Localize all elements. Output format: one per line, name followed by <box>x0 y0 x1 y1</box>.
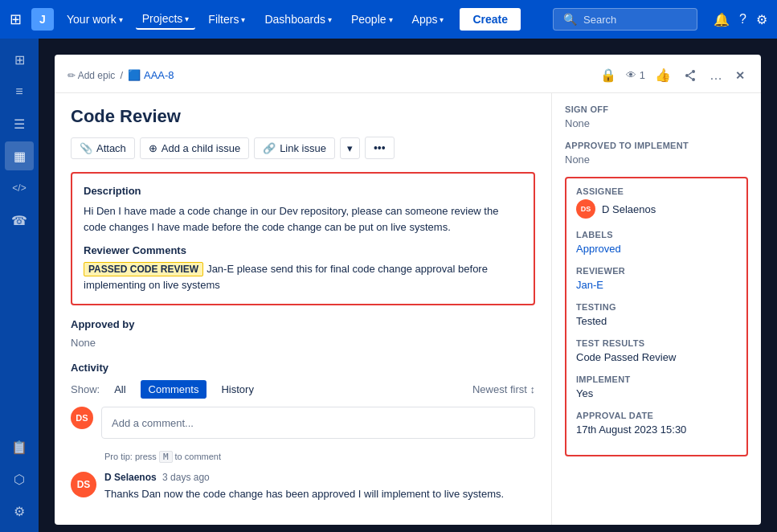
assignee-label: Assignee <box>576 186 737 196</box>
sidebar-icon-phone[interactable]: ☎ <box>5 206 34 235</box>
add-epic-link[interactable]: ✏ Add epic <box>67 70 115 81</box>
test-results-field: Test results Code Passed Review <box>576 338 737 363</box>
sidebar-icon-hex[interactable]: ⬡ <box>5 464 34 493</box>
sidebar-icon-grid[interactable]: ⊞ <box>5 45 34 74</box>
attach-icon: 📎 <box>80 142 92 154</box>
toolbar-more-button[interactable]: ••• <box>365 137 395 159</box>
search-icon: 🔍 <box>563 13 577 26</box>
watch-count-label: 1 <box>640 69 645 81</box>
nav-item-people[interactable]: People ▾ <box>345 10 399 29</box>
link-issue-button[interactable]: 🔗 Link issue <box>254 137 335 159</box>
breadcrumb: ✏ Add epic / 🟦 AAA-8 <box>67 69 174 81</box>
comment-text: Thanks Dan now the code change has been … <box>104 486 504 502</box>
sidebar-icon-list[interactable]: ☰ <box>5 109 34 138</box>
current-user-avatar: DS <box>71 407 93 429</box>
testing-label: Testing <box>576 302 737 312</box>
notifications-icon[interactable]: 🔔 <box>714 12 730 27</box>
left-sidebar: ⊞ ≡ ☰ ▦ </> ☎ 📋 ⬡ ⚙ <box>0 39 39 532</box>
nav-item-filters[interactable]: Filters ▾ <box>202 10 252 29</box>
top-nav: ⊞ J Your work ▾ Projects ▾ Filters ▾ Das… <box>0 0 777 39</box>
close-button[interactable]: ✕ <box>732 66 748 85</box>
assignee-field: Assignee DS D Selaenos <box>576 186 737 219</box>
chevron-down-icon: ▾ <box>389 15 393 24</box>
reviewer-label: Reviewer <box>576 266 737 276</box>
modal-header: ✏ Add epic / 🟦 AAA-8 🔒 👁 1 👍 … ✕ <box>55 55 761 93</box>
comment-item: DS D Selaenos 3 days ago Thanks Dan now … <box>71 472 535 502</box>
approved-implement-field: Approved to Implement None <box>565 141 748 166</box>
comment-content: D Selaenos 3 days ago Thanks Dan now the… <box>104 472 504 502</box>
search-placeholder: Search <box>583 14 616 26</box>
modal-body: Code Review 📎 Attach ⊕ Add a child issue… <box>55 93 761 525</box>
comment-time: 3 days ago <box>162 472 210 483</box>
labels-value[interactable]: Approved <box>576 243 737 255</box>
sidebar-icon-settings[interactable]: ⚙ <box>5 497 34 526</box>
commenter-avatar: DS <box>71 472 96 497</box>
description-section: Description Hi Den I have made a code ch… <box>71 172 535 305</box>
sort-button[interactable]: Newest first ↕ <box>472 383 535 395</box>
comment-author: D Selaenos <box>104 472 157 483</box>
sidebar-icon-clipboard[interactable]: 📋 <box>5 432 34 461</box>
approved-implement-label: Approved to Implement <box>565 141 748 150</box>
comment-input[interactable]: Add a comment... <box>101 407 535 439</box>
grid-icon[interactable]: ⊞ <box>10 10 22 28</box>
toolbar: 📎 Attach ⊕ Add a child issue 🔗 Link issu… <box>71 137 535 159</box>
sidebar-icon-menu[interactable]: ≡ <box>5 77 34 106</box>
nav-item-your-work[interactable]: Your work ▾ <box>60 10 129 29</box>
description-text: Hi Den I have made a code change in our … <box>84 203 522 235</box>
implement-value: Yes <box>576 387 737 399</box>
show-label: Show: <box>71 383 100 395</box>
share-button[interactable] <box>681 66 700 85</box>
assignee-name: D Selaenos <box>602 203 656 215</box>
nav-logo: J <box>31 8 54 31</box>
passed-review-badge: PASSED CODE REVIEW <box>84 262 203 276</box>
watch-button[interactable]: 👁 1 <box>626 69 645 81</box>
assignee-row: DS D Selaenos <box>576 199 737 219</box>
modal-actions: 🔒 👁 1 👍 … ✕ <box>597 64 748 86</box>
svg-line-3 <box>689 72 692 75</box>
comment-placeholder: Add a comment... <box>112 417 194 429</box>
tab-all[interactable]: All <box>106 380 133 399</box>
implement-label: Implement <box>576 374 737 384</box>
add-child-issue-button[interactable]: ⊕ Add a child issue <box>140 137 249 159</box>
create-button[interactable]: Create <box>460 8 521 31</box>
tab-history[interactable]: History <box>213 380 261 399</box>
assignee-avatar: DS <box>576 199 595 219</box>
right-bordered-section: Assignee DS D Selaenos Labels Approved R… <box>565 177 748 456</box>
reviewer-value[interactable]: Jan-E <box>576 279 737 291</box>
attach-button[interactable]: 📎 Attach <box>71 137 135 159</box>
like-button[interactable]: 👍 <box>652 64 674 86</box>
chevron-down-icon: ▾ <box>119 15 123 24</box>
sidebar-icon-board[interactable]: ▦ <box>5 141 34 170</box>
comment-tip: Pro tip: press M to comment <box>104 452 535 462</box>
sign-off-label: Sign Off <box>565 104 748 114</box>
activity-section: Activity Show: All Comments History Newe… <box>71 362 535 502</box>
toolbar-more-chevron[interactable]: ▾ <box>340 137 360 159</box>
link-icon: 🔗 <box>263 142 276 154</box>
reviewer-comments-title: Reviewer Comments <box>84 244 522 256</box>
labels-field: Labels Approved <box>576 230 737 255</box>
keyboard-shortcut-m: M <box>159 451 173 463</box>
test-results-value: Code Passed Review <box>576 351 737 363</box>
help-icon[interactable]: ? <box>739 12 746 27</box>
settings-icon[interactable]: ⚙ <box>756 12 767 27</box>
activity-header: Show: All Comments History Newest first … <box>71 380 535 399</box>
eye-icon: 👁 <box>626 69 636 81</box>
svg-point-1 <box>685 74 689 77</box>
description-title: Description <box>84 185 522 197</box>
nav-item-dashboards[interactable]: Dashboards ▾ <box>258 10 338 29</box>
breadcrumb-item-aaa8[interactable]: 🟦 AAA-8 <box>128 69 174 81</box>
test-results-label: Test results <box>576 338 737 348</box>
lock-button[interactable]: 🔒 <box>597 64 620 86</box>
sidebar-icon-code[interactable]: </> <box>5 174 34 203</box>
child-issue-icon: ⊕ <box>149 142 157 154</box>
reviewer-text: PASSED CODE REVIEWJan-E please send this… <box>84 261 522 293</box>
chevron-down-icon: ▾ <box>328 15 332 24</box>
reviewer-field: Reviewer Jan-E <box>576 266 737 291</box>
nav-item-apps[interactable]: Apps ▾ <box>406 10 451 29</box>
search-bar[interactable]: 🔍 Search <box>553 8 697 31</box>
tab-comments[interactable]: Comments <box>141 380 207 399</box>
implement-field: Implement Yes <box>576 374 737 399</box>
right-panel: Sign Off None Approved to Implement None… <box>552 93 761 525</box>
nav-item-projects[interactable]: Projects ▾ <box>136 9 196 30</box>
more-button[interactable]: … <box>706 65 726 86</box>
